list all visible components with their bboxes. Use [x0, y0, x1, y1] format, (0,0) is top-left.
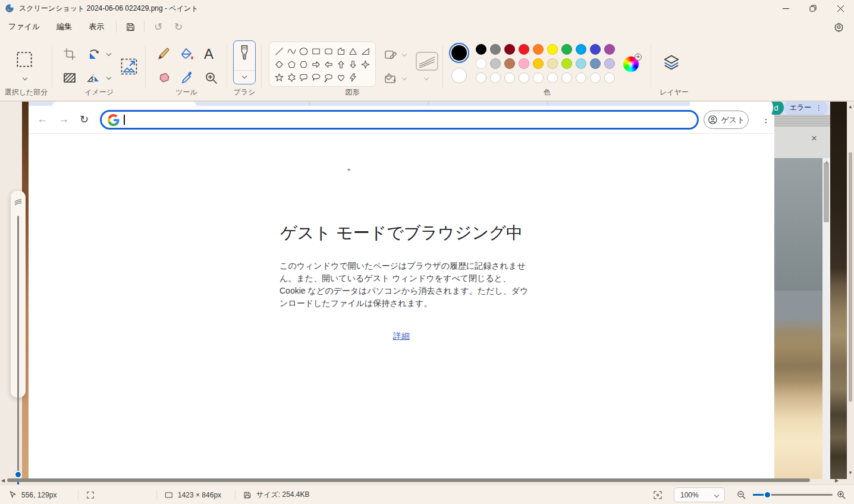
shape-diamond-icon[interactable] [273, 58, 285, 71]
minimize-button[interactable] [772, 0, 799, 17]
scroll-up-arrow-icon[interactable]: ▲ [848, 104, 853, 109]
fill-tool[interactable] [180, 47, 194, 64]
color-swatch[interactable] [504, 44, 515, 55]
color-swatch[interactable] [547, 44, 558, 55]
color-swatch-empty[interactable] [519, 73, 529, 83]
shape-polygon-icon[interactable] [335, 45, 347, 58]
fit-to-screen-button[interactable] [653, 485, 663, 504]
color-swatch[interactable] [504, 58, 515, 69]
zoom-in-button[interactable] [836, 485, 846, 504]
crop-button[interactable] [62, 47, 77, 64]
shape-arrow-up-icon[interactable] [335, 58, 347, 71]
undo-button[interactable]: ↺ [148, 19, 168, 34]
zoom-slider-thumb[interactable] [764, 491, 771, 499]
color-swatch-empty[interactable] [476, 73, 486, 83]
color-swatch-empty[interactable] [590, 73, 601, 83]
color-swatch[interactable] [490, 58, 501, 69]
horizontal-scrollbar-thumb[interactable] [7, 478, 810, 482]
color-swatch[interactable] [533, 58, 544, 69]
color-swatch[interactable] [519, 44, 529, 55]
restore-button[interactable] [799, 0, 827, 17]
shape-outline-chevron-icon[interactable] [402, 52, 407, 56]
shape-outline-button[interactable] [384, 48, 398, 64]
color-swatch-empty[interactable] [490, 73, 501, 83]
rotate-dropdown-chevron-icon[interactable] [106, 51, 111, 56]
resize-image-button[interactable] [120, 58, 138, 78]
menu-file[interactable]: ファイル [0, 18, 48, 36]
color-swatch[interactable] [490, 44, 501, 55]
shape-line-icon[interactable] [273, 45, 285, 58]
shape-cloud-callout-icon[interactable] [322, 71, 334, 84]
scroll-right-arrow-icon[interactable]: ▶ [835, 478, 839, 483]
color-swatch-empty[interactable] [533, 73, 544, 83]
shape-oval-callout-icon[interactable] [310, 71, 322, 84]
shape-rectangle-icon[interactable] [310, 45, 322, 58]
selection-tool-button[interactable] [16, 51, 33, 70]
color-swatch[interactable] [547, 58, 558, 69]
shape-right-triangle-icon[interactable] [360, 45, 372, 58]
color-swatch[interactable] [604, 44, 615, 55]
shape-arrow-left-icon[interactable] [322, 58, 334, 71]
shape-pentagon-icon[interactable] [285, 58, 297, 71]
selection-dropdown-chevron-icon[interactable] [23, 75, 27, 80]
shape-rounded-callout-icon[interactable] [298, 71, 310, 84]
text-tool[interactable]: A [204, 46, 214, 62]
shape-hexagon-icon[interactable] [298, 58, 310, 71]
shape-fill-button[interactable] [384, 71, 398, 88]
brush-tool-button[interactable] [233, 40, 256, 84]
flip-button[interactable] [87, 71, 101, 87]
scroll-left-arrow-icon[interactable]: ◀ [1, 478, 5, 483]
stroke-size-chevron-icon[interactable] [424, 75, 429, 80]
save-button[interactable] [120, 19, 140, 34]
color-swatch[interactable] [519, 58, 529, 69]
color-swatch[interactable] [590, 58, 601, 69]
zoom-slider[interactable] [753, 494, 833, 496]
zoom-out-button[interactable] [736, 485, 746, 504]
remove-background-button[interactable] [62, 71, 77, 87]
brush-dropdown-chevron-icon[interactable] [242, 74, 247, 78]
shape-fill-chevron-icon[interactable] [402, 75, 407, 80]
shape-rounded-rectangle-icon[interactable] [322, 45, 334, 58]
color1-swatch[interactable] [451, 45, 467, 61]
color-swatch[interactable] [576, 58, 586, 69]
menu-edit[interactable]: 編集 [48, 18, 80, 36]
vertical-scrollbar[interactable]: ▲ ▼ [847, 102, 854, 479]
color-swatch[interactable] [604, 58, 615, 69]
color-swatch[interactable] [561, 58, 572, 69]
color-swatch-empty[interactable] [576, 73, 586, 83]
layers-button[interactable] [663, 53, 680, 74]
vertical-scrollbar-thumb[interactable] [849, 152, 852, 402]
shape-curve-icon[interactable] [285, 45, 297, 58]
shape-lightning-icon[interactable] [347, 71, 359, 84]
shape-triangle-icon[interactable] [347, 45, 359, 58]
menu-view[interactable]: 表示 [80, 18, 112, 36]
zoom-level-dropdown[interactable]: 100% [674, 487, 725, 502]
horizontal-scrollbar[interactable]: ◀ ▶ [0, 477, 847, 484]
brush-size-track[interactable] [17, 216, 19, 472]
color-swatch[interactable] [533, 44, 544, 55]
color-swatch-empty[interactable] [604, 73, 615, 83]
color-picker-tool[interactable] [180, 71, 194, 87]
color-swatch[interactable] [561, 44, 572, 55]
shape-heart-icon[interactable] [335, 71, 347, 84]
magnifier-tool[interactable] [204, 71, 218, 87]
redo-button[interactable]: ↻ [168, 19, 189, 34]
shape-four-point-star-icon[interactable] [360, 58, 372, 71]
color-swatch[interactable] [476, 44, 486, 55]
eraser-tool[interactable] [156, 71, 171, 87]
color-swatch[interactable] [590, 44, 601, 55]
shape-five-point-star-icon[interactable] [273, 71, 285, 84]
flip-dropdown-chevron-icon[interactable] [106, 75, 111, 80]
shape-arrow-down-icon[interactable] [347, 58, 359, 71]
scroll-down-arrow-icon[interactable]: ▼ [848, 470, 853, 475]
shape-ellipse-icon[interactable] [298, 45, 310, 58]
canvas-viewport[interactable]: ← → ↻ ゲスト ⋮ [0, 101, 854, 484]
close-button[interactable] [827, 0, 854, 17]
add-color-plus-icon[interactable]: + [635, 53, 642, 61]
pencil-tool[interactable] [156, 47, 171, 64]
shape-six-point-star-icon[interactable] [285, 71, 297, 84]
color-swatch-empty[interactable] [504, 73, 515, 83]
stroke-size-button[interactable] [415, 51, 439, 74]
color-swatch-empty[interactable] [561, 73, 572, 83]
settings-gear-icon[interactable] [831, 20, 846, 34]
